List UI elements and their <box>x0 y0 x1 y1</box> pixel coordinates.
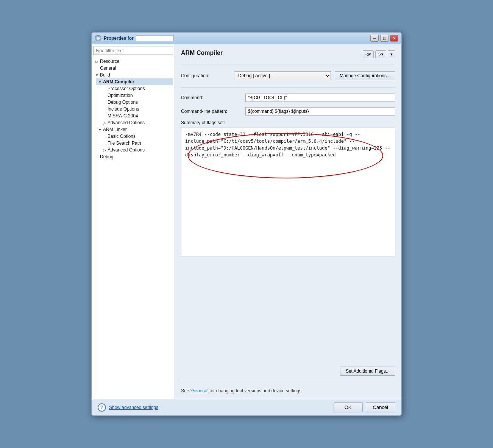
flags-textbox[interactable] <box>181 128 395 256</box>
dialog-icon: ⚙ <box>95 35 101 42</box>
tree-arrow-misra-c <box>102 114 107 118</box>
bottom-left: ? Show advanced settings <box>98 403 158 412</box>
minimize-button[interactable]: ─ <box>370 35 379 42</box>
see-general-suffix: for changing tool versions and device se… <box>208 388 301 393</box>
separator-3 <box>181 381 395 381</box>
filter-input[interactable] <box>93 47 173 55</box>
tree-item-optimization[interactable]: Optimization <box>101 92 173 99</box>
tree-item-debug-options[interactable]: Debug Options <box>101 99 173 106</box>
tree-arrow-advanced-options-linker: ▷ <box>102 148 107 152</box>
title-prefix: Properties for <box>104 36 134 41</box>
tree-item-resource[interactable]: ▷ Resource <box>93 58 173 65</box>
config-label: Configuration: <box>181 73 230 78</box>
general-link[interactable]: 'General' <box>190 388 208 393</box>
tree-label-debug: Debug <box>100 154 113 159</box>
properties-dialog: ⚙ Properties for ─ □ ✕ ▷ Resource <box>91 32 402 416</box>
tree-arrow-basic-options <box>102 134 107 139</box>
tree-item-basic-options[interactable]: Basic Options <box>101 133 173 140</box>
nav-back-button[interactable]: ◁ ▾ <box>363 50 374 58</box>
cmdline-value: ${command} ${flags} ${inputs} <box>245 107 395 116</box>
cancel-button[interactable]: Cancel <box>366 402 395 412</box>
tree-label-misra-c: MISRA-C:2004 <box>108 113 138 119</box>
tree-item-build[interactable]: ▼ Build <box>93 72 173 78</box>
nav-menu-icon: ▾ <box>390 52 393 57</box>
forward-arrow-icon: ▷ <box>378 52 381 57</box>
command-row: Command: "${CG_TOOL_CL}" <box>181 94 395 102</box>
back-dropdown-icon: ▾ <box>369 52 371 57</box>
flags-label: Summary of flags set: <box>181 120 395 125</box>
title-project-input[interactable] <box>136 35 174 41</box>
dialog-content: ▷ Resource General ▼ Build ▼ ARM Compile… <box>92 44 401 399</box>
tree-label-basic-options: Basic Options <box>108 134 136 139</box>
panel-title: ARM Compiler <box>181 50 223 56</box>
bottom-right: OK Cancel <box>334 402 395 412</box>
tree-label-include-options: Include Options <box>108 106 139 112</box>
show-advanced-settings-link[interactable]: Show advanced settings <box>109 405 158 410</box>
nav-buttons: ◁ ▾ ▷ ▾ ▾ <box>363 50 395 58</box>
bottom-bar: ? Show advanced settings OK Cancel <box>92 399 401 415</box>
tree-item-arm-compiler[interactable]: ▼ ARM Compiler <box>96 78 173 85</box>
separator-1 <box>181 64 395 64</box>
tree-label-optimization: Optimization <box>108 93 133 98</box>
tree-label-general: General <box>100 66 116 71</box>
tree-arrow-include-options <box>102 107 107 111</box>
tree-label-arm-compiler: ARM Compiler <box>103 79 134 84</box>
tree-item-processor-options[interactable]: Processor Options <box>101 85 173 92</box>
tree-arrow-resource: ▷ <box>95 59 99 64</box>
config-row: Configuration: Debug [ Active ] Manage C… <box>181 71 395 80</box>
tree-arrow-build: ▼ <box>95 73 99 77</box>
command-value: "${CG_TOOL_CL}" <box>245 94 395 102</box>
tree-item-advanced-options-linker[interactable]: ▷ Advanced Options <box>101 147 173 153</box>
flags-box-container <box>181 128 395 361</box>
title-buttons: ─ □ ✕ <box>370 35 398 42</box>
tree-item-file-search-path[interactable]: File Search Path <box>101 140 173 147</box>
close-button[interactable]: ✕ <box>390 35 398 42</box>
manage-configurations-button[interactable]: Manage Configurations... <box>335 71 395 80</box>
tree-label-debug-options: Debug Options <box>108 100 138 105</box>
tree-label-resource: Resource <box>100 59 119 64</box>
set-additional-flags-button[interactable]: Set Additional Flags... <box>340 367 395 376</box>
nav-forward-button[interactable]: ▷ ▾ <box>375 50 386 58</box>
nav-menu-button[interactable]: ▾ <box>388 50 395 58</box>
flags-section: Summary of flags set: <box>181 120 395 361</box>
see-general-row: See 'General' for changing tool versions… <box>181 388 395 393</box>
ok-button[interactable]: OK <box>334 402 363 412</box>
left-panel: ▷ Resource General ▼ Build ▼ ARM Compile… <box>92 44 175 399</box>
help-button[interactable]: ? <box>98 403 106 412</box>
title-bar: ⚙ Properties for ─ □ ✕ <box>92 33 401 44</box>
tree-arrow-debug <box>95 155 99 159</box>
tree-item-misra-c[interactable]: MISRA-C:2004 <box>101 112 173 119</box>
tree-arrow-arm-linker: ▼ <box>98 127 102 132</box>
see-general-prefix: See <box>181 388 190 393</box>
set-flags-row: Set Additional Flags... <box>181 367 395 376</box>
tree-arrow-general <box>95 66 99 70</box>
tree-item-include-options[interactable]: Include Options <box>101 106 173 112</box>
dialog-body: ▷ Resource General ▼ Build ▼ ARM Compile… <box>92 44 401 415</box>
tree-item-advanced-options-compiler[interactable]: ▷ Advanced Options <box>101 119 173 126</box>
tree-arrow-advanced-options-compiler: ▷ <box>102 120 107 125</box>
tree-item-debug[interactable]: Debug <box>93 153 173 160</box>
config-dropdown[interactable]: Debug [ Active ] <box>234 71 331 80</box>
separator-2 <box>181 87 395 87</box>
right-panel: ARM Compiler ◁ ▾ ▷ ▾ ▾ <box>175 44 401 399</box>
tree-label-file-search-path: File Search Path <box>108 140 141 146</box>
cmdline-row: Command-line pattern: ${command} ${flags… <box>181 107 395 116</box>
tree-item-arm-linker[interactable]: ▼ ARM Linker <box>96 126 173 133</box>
panel-header: ARM Compiler ◁ ▾ ▷ ▾ ▾ <box>181 50 395 59</box>
svg-text:⚙: ⚙ <box>97 36 100 41</box>
forward-dropdown-icon: ▾ <box>381 52 384 57</box>
cmdline-label: Command-line pattern: <box>181 109 242 114</box>
command-label: Command: <box>181 95 242 100</box>
tree-label-build: Build <box>100 72 110 78</box>
tree-label-arm-linker: ARM Linker <box>103 127 127 132</box>
tree-label-advanced-options-linker: Advanced Options <box>108 147 145 153</box>
tree-arrow-processor-options <box>102 86 107 91</box>
tree-item-general[interactable]: General <box>93 65 173 72</box>
title-bar-left: ⚙ Properties for <box>95 35 174 42</box>
tree-arrow-debug-options <box>102 100 107 105</box>
maximize-button[interactable]: □ <box>380 35 388 42</box>
tree-arrow-optimization <box>102 93 107 98</box>
tree-arrow-arm-compiler: ▼ <box>98 80 102 84</box>
back-arrow-icon: ◁ <box>365 52 368 57</box>
tree-arrow-file-search-path <box>102 141 107 145</box>
